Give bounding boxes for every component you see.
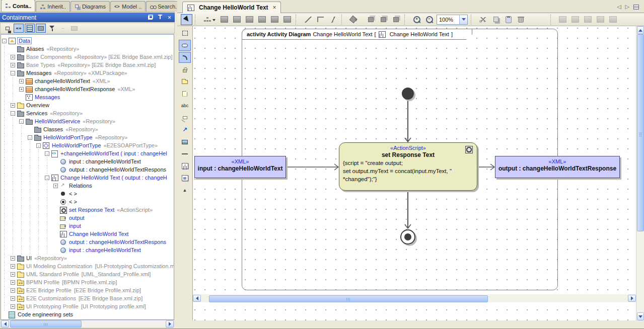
close-panel-button[interactable]: × bbox=[166, 14, 173, 21]
quick-layout-button[interactable] bbox=[201, 14, 213, 25]
tree-item-final-node[interactable]: < > bbox=[1, 198, 174, 206]
show-stereotypes-toggle[interactable]: «» bbox=[14, 24, 24, 33]
copy-button[interactable] bbox=[490, 14, 502, 25]
canvas-vertical-scrollbar[interactable] bbox=[636, 26, 644, 320]
tree-item-base-types[interactable]: + Base Types «Repository» [E2E Bridge Ba… bbox=[1, 61, 174, 69]
tree-item-overview[interactable]: + Overview bbox=[1, 101, 174, 109]
tree-item-set-response-text[interactable]: set Response Text «ActionScript» bbox=[1, 206, 174, 214]
float-panel-button[interactable] bbox=[147, 14, 154, 21]
tree-item-pin-output[interactable]: output bbox=[1, 214, 174, 222]
tab-list-button[interactable] bbox=[633, 5, 639, 10]
tree-item-op-input-param[interactable]: input : changeHelloWorldText bbox=[1, 157, 174, 166]
anchor-tool[interactable] bbox=[179, 112, 191, 123]
scroll-tabs-left-button[interactable]: ◁ bbox=[617, 4, 621, 10]
tree-expander[interactable]: + bbox=[11, 264, 15, 269]
tree-item-ui-modeling-customization[interactable]: + UI Modeling Customization [UI-Prototyp… bbox=[1, 262, 174, 270]
tree-item-change-helloworld-text-activity[interactable]: - Change HelloWorld Text ( output : chan… bbox=[1, 174, 174, 182]
palette-scroll-up-button[interactable] bbox=[179, 185, 191, 196]
tree-expander[interactable]: + bbox=[11, 304, 15, 309]
layout-tool-2[interactable] bbox=[231, 14, 243, 25]
layout-tool-6[interactable] bbox=[281, 14, 293, 25]
link-tool[interactable] bbox=[179, 40, 191, 51]
tree-expander[interactable]: + bbox=[53, 184, 58, 188]
order-button[interactable] bbox=[390, 14, 402, 25]
combo-dropdown-button[interactable] bbox=[459, 15, 467, 24]
scroll-tabs-right-button[interactable]: ▷ bbox=[625, 4, 629, 10]
tree-item-relations[interactable]: + Relations bbox=[1, 182, 174, 190]
tree-item-output-node[interactable]: output : changeHelloWorldTextRespons bbox=[1, 238, 174, 246]
tree-options-button[interactable] bbox=[3, 24, 13, 33]
group-by-packages-toggle[interactable] bbox=[36, 24, 46, 33]
diagram-tab-change-helloworld-text[interactable]: Change HelloWorld Text × bbox=[182, 2, 281, 13]
path-style-tool[interactable] bbox=[179, 52, 191, 63]
tree-item-messages-diagram[interactable]: Messages bbox=[1, 93, 174, 101]
tree-item-classes[interactable]: Classes «Repository» bbox=[1, 125, 174, 133]
select-marquee-tool[interactable] bbox=[179, 28, 191, 39]
tree-item-services[interactable]: - Services «Repository» bbox=[1, 109, 174, 117]
tree-item-code-engineering-sets[interactable]: Code engineering sets bbox=[1, 310, 174, 318]
tree-expander[interactable]: + bbox=[11, 280, 15, 285]
layout-tool-4[interactable] bbox=[256, 14, 268, 25]
tab-model-extensions[interactable]: Model .. bbox=[110, 1, 146, 12]
tree-expander[interactable]: - bbox=[45, 176, 49, 180]
tree-horizontal-scrollbar[interactable] bbox=[1, 320, 174, 328]
zoom-out-button[interactable] bbox=[423, 14, 435, 25]
tree-item-ui-prototyping-profile[interactable]: + UI Prototyping Profile [UI Prototyping… bbox=[1, 302, 174, 310]
line-style-rectilinear-button[interactable] bbox=[315, 14, 326, 25]
scroll-right-button[interactable] bbox=[166, 320, 174, 327]
tree-expander[interactable]: - bbox=[2, 39, 7, 43]
image-tool[interactable] bbox=[179, 136, 191, 147]
pin-panel-button[interactable] bbox=[157, 14, 163, 21]
tree-expander[interactable]: - bbox=[11, 71, 15, 75]
tree-item-input-node[interactable]: input : changeHelloWorldText bbox=[1, 246, 174, 254]
tree-expander[interactable]: - bbox=[45, 151, 49, 156]
object-node-output[interactable]: «XML» output : changeHelloWorldTextRespo… bbox=[495, 156, 620, 178]
canvas-horizontal-scrollbar[interactable] bbox=[193, 294, 636, 302]
activity-diagram-tool[interactable] bbox=[179, 160, 191, 172]
line-style-oblique-button[interactable] bbox=[327, 14, 339, 25]
tab-diagrams[interactable]: Diagrams bbox=[70, 1, 110, 12]
delete-button[interactable] bbox=[515, 14, 527, 25]
package-tool[interactable] bbox=[179, 76, 191, 87]
scrollbar-thumb[interactable] bbox=[10, 320, 82, 327]
tab-containment[interactable]: Conta.. bbox=[1, 0, 35, 12]
selection-tool[interactable] bbox=[181, 14, 192, 25]
tree-item-helloworldporttype-pkg[interactable]: - HelloWorldPortType «Repository» bbox=[1, 133, 174, 141]
tree-item-helloworldservice[interactable]: - HelloWorldService «Repository» bbox=[1, 117, 174, 125]
tree-item-aliases[interactable]: Aliases «Repository» bbox=[1, 45, 174, 53]
scroll-left-button[interactable] bbox=[193, 295, 201, 302]
tree-expander[interactable]: + bbox=[19, 87, 24, 92]
close-tab-button[interactable]: × bbox=[273, 4, 276, 11]
text-tool[interactable] bbox=[179, 100, 191, 111]
tree-item-helloworldporttype[interactable]: - HelloWorldPortType «E2ESOAPPortType» bbox=[1, 141, 174, 149]
scrollbar-thumb[interactable] bbox=[209, 295, 488, 302]
diagram-canvas[interactable]: activity Activity Diagram Change HelloWo… bbox=[193, 26, 643, 320]
scroll-left-button[interactable] bbox=[1, 320, 9, 327]
diagram-content-tool[interactable] bbox=[179, 173, 191, 184]
fill-color-button[interactable] bbox=[348, 14, 360, 25]
zoom-in-button[interactable] bbox=[411, 14, 422, 25]
tree-item-changehelloworldtext[interactable]: + changeHelloWorldText «XML» bbox=[1, 77, 174, 85]
scrollbar-track[interactable] bbox=[201, 295, 628, 302]
tree-expander[interactable]: + bbox=[11, 256, 15, 261]
tree-expander[interactable]: - bbox=[19, 119, 24, 124]
note-tool[interactable] bbox=[179, 88, 191, 99]
layout-tool-3[interactable] bbox=[244, 14, 255, 25]
scroll-up-button[interactable] bbox=[637, 26, 644, 34]
show-auxiliary-resources-toggle[interactable] bbox=[25, 24, 35, 33]
tree-item-changehelloworldtextresponse[interactable]: + changeHelloWorldTextResponse «XML» bbox=[1, 85, 174, 93]
to-back-button[interactable] bbox=[378, 14, 389, 25]
tree-expander[interactable]: + bbox=[11, 103, 15, 108]
tree-item-e2e-bridge-profile[interactable]: + E2E Bridge Profile [E2E Bridge Profile… bbox=[1, 286, 174, 294]
filter-button[interactable] bbox=[47, 24, 57, 33]
scroll-right-button[interactable] bbox=[628, 295, 636, 302]
cut-button[interactable] bbox=[477, 14, 489, 25]
to-front-button[interactable] bbox=[365, 14, 377, 25]
zoom-level-combo[interactable]: 100% bbox=[437, 15, 468, 25]
scroll-down-button[interactable] bbox=[637, 312, 644, 320]
tab-inheritance[interactable]: Inherit.. bbox=[36, 1, 70, 12]
tree-item-initial-node[interactable]: < > bbox=[1, 190, 174, 198]
tree-expander[interactable]: + bbox=[11, 288, 15, 293]
lock-tool[interactable] bbox=[179, 64, 191, 75]
tree-item-bpmn-profile[interactable]: + BPMN Profile [BPMN Profile.xml.zip] bbox=[1, 278, 174, 286]
